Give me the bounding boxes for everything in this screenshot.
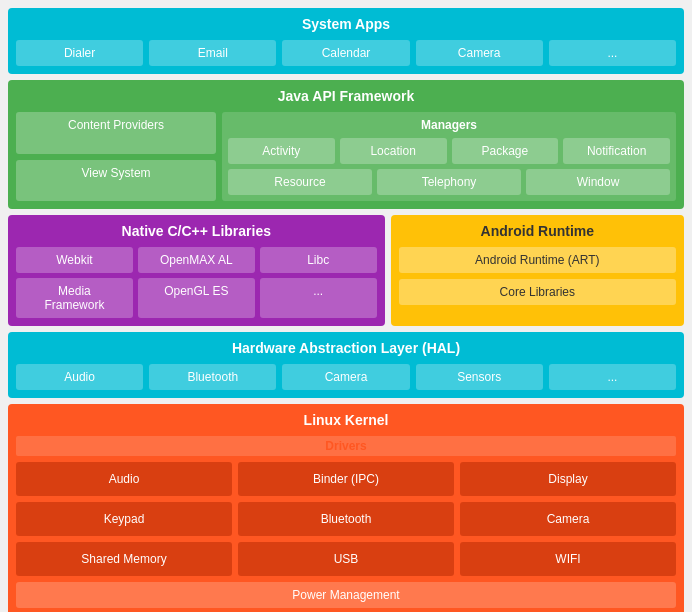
java-left-panel: Content Providers View System [16,112,216,201]
list-item: Sensors [416,364,543,390]
list-item: Shared Memory [16,542,232,576]
managers-panel: Managers Activity Location Package Notif… [222,112,676,201]
drivers-title: Drivers [16,436,676,456]
list-item: Core Libraries [399,279,676,305]
list-item: Activity [228,138,335,164]
list-item: USB [238,542,454,576]
content-providers-box: Content Providers [16,112,216,154]
managers-title: Managers [228,118,670,132]
java-framework-layer: Java API Framework Content Providers Vie… [8,80,684,209]
view-system-box: View System [16,160,216,202]
list-item: Dialer [16,40,143,66]
drivers-grid: Audio Binder (IPC) Display Keypad Blueto… [16,462,676,576]
hal-items-row: Audio Bluetooth Camera Sensors ... [16,364,676,390]
native-libraries-layer: Native C/C++ Libraries Webkit OpenMAX AL… [8,215,385,326]
list-item: Email [149,40,276,66]
list-item: Binder (IPC) [238,462,454,496]
android-architecture-diagram: System Apps Dialer Email Calendar Camera… [0,0,692,612]
managers-row2: Resource Telephony Window [228,169,670,195]
native-grid: Webkit OpenMAX AL Libc Media Framework O… [16,247,377,318]
list-item: Libc [260,247,377,273]
list-item: ... [549,40,676,66]
list-item: Camera [460,502,676,536]
java-framework-inner: Content Providers View System Managers A… [16,112,676,201]
list-item: Media Framework [16,278,133,318]
list-item: Camera [416,40,543,66]
list-item: Window [526,169,670,195]
list-item: Calendar [282,40,409,66]
system-apps-row: Dialer Email Calendar Camera ... [16,40,676,66]
list-item: Audio [16,462,232,496]
list-item: Package [452,138,559,164]
hal-title: Hardware Abstraction Layer (HAL) [16,340,676,356]
list-item: Resource [228,169,372,195]
runtime-items: Android Runtime (ART) Core Libraries [399,247,676,305]
list-item: Audio [16,364,143,390]
list-item: OpenMAX AL [138,247,255,273]
list-item: Camera [282,364,409,390]
list-item: Notification [563,138,670,164]
managers-row1: Activity Location Package Notification [228,138,670,164]
linux-kernel-layer: Linux Kernel Drivers Audio Binder (IPC) … [8,404,684,612]
hal-layer: Hardware Abstraction Layer (HAL) Audio B… [8,332,684,398]
list-item: ... [549,364,676,390]
list-item: Location [340,138,447,164]
power-management-box: Power Management [16,582,676,608]
list-item: Display [460,462,676,496]
list-item: Bluetooth [238,502,454,536]
list-item: OpenGL ES [138,278,255,318]
android-runtime-layer: Android Runtime Android Runtime (ART) Co… [391,215,684,326]
java-framework-title: Java API Framework [16,88,676,104]
list-item: Keypad [16,502,232,536]
middle-row: Native C/C++ Libraries Webkit OpenMAX AL… [8,215,684,326]
linux-kernel-title: Linux Kernel [16,412,676,428]
native-title: Native C/C++ Libraries [16,223,377,239]
android-runtime-title: Android Runtime [399,223,676,239]
list-item: Bluetooth [149,364,276,390]
list-item: Android Runtime (ART) [399,247,676,273]
system-apps-title: System Apps [16,16,676,32]
list-item: Webkit [16,247,133,273]
list-item: WIFI [460,542,676,576]
list-item: ... [260,278,377,318]
system-apps-layer: System Apps Dialer Email Calendar Camera… [8,8,684,74]
list-item: Telephony [377,169,521,195]
